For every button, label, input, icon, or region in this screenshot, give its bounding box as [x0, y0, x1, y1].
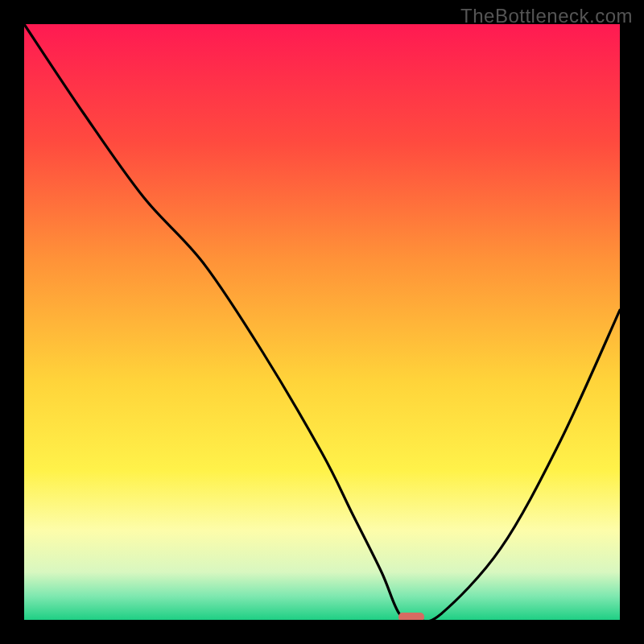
plot-area	[24, 24, 620, 620]
watermark-label: TheBottleneck.com	[460, 5, 633, 27]
gradient-rect	[24, 24, 620, 620]
chart-frame: TheBottleneck.com	[0, 0, 644, 644]
chart-svg	[24, 24, 620, 620]
optimal-marker	[398, 613, 424, 620]
